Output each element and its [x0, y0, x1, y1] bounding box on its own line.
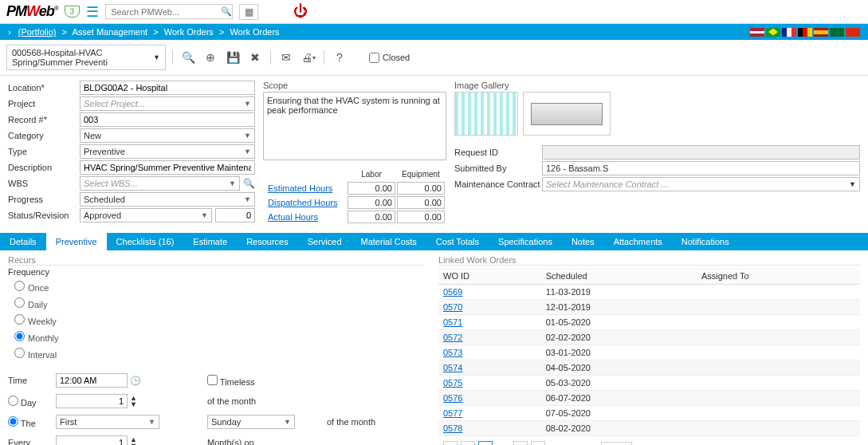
- tab-resources[interactable]: Resources: [237, 233, 298, 250]
- act-hours-link[interactable]: Actual Hours: [265, 211, 346, 223]
- disp-labor[interactable]: 0.00: [348, 196, 395, 209]
- wo-assigned: [697, 285, 860, 300]
- print-icon[interactable]: 🖨▾: [300, 49, 317, 65]
- spinner-icon-2[interactable]: ▲▼: [130, 436, 137, 445]
- type-select[interactable]: Preventive▼: [80, 144, 255, 159]
- spinner-icon[interactable]: ▲▼: [130, 395, 137, 408]
- document-selector[interactable]: 000568-Hospital-HVAC Spring/Summer Preve…: [6, 45, 166, 70]
- every-input[interactable]: [56, 435, 128, 445]
- delete-icon[interactable]: ✖: [246, 49, 264, 65]
- freq-daily[interactable]: Daily: [14, 295, 422, 312]
- power-icon[interactable]: ⏻: [293, 3, 308, 20]
- save-icon[interactable]: 💾: [224, 49, 242, 65]
- tab-material[interactable]: Material Costs: [352, 233, 426, 250]
- tab-attachments[interactable]: Attachments: [604, 233, 672, 250]
- day-input[interactable]: [56, 394, 128, 408]
- new-icon[interactable]: ⊕: [202, 49, 219, 65]
- description-field[interactable]: [80, 160, 255, 175]
- the-radio[interactable]: The: [8, 416, 56, 428]
- col-assigned[interactable]: Assigned To: [697, 268, 860, 285]
- wo-link[interactable]: 0574: [443, 363, 462, 372]
- wo-link[interactable]: 0569: [443, 287, 462, 297]
- tab-notes[interactable]: Notes: [562, 233, 604, 250]
- wo-link[interactable]: 0573: [443, 348, 462, 357]
- calendar-icon[interactable]: ▦: [239, 4, 258, 20]
- the-dow-select[interactable]: Sunday▼: [207, 415, 295, 429]
- pager-page-1[interactable]: 1: [478, 441, 493, 445]
- the-ordinal-select[interactable]: First▼: [56, 415, 159, 429]
- est-hours-link[interactable]: Estimated Hours: [265, 182, 346, 195]
- freq-monthly[interactable]: Monthly: [14, 329, 422, 345]
- col-woid[interactable]: WO ID: [438, 268, 541, 285]
- gallery-thumb-1[interactable]: [454, 92, 518, 136]
- est-labor[interactable]: 0.00: [348, 182, 395, 195]
- freq-interval[interactable]: Interval: [14, 345, 422, 362]
- project-select[interactable]: Select Project...▼: [80, 96, 255, 111]
- clock-icon[interactable]: 🕒: [130, 376, 141, 386]
- breadcrumb-collapse-icon[interactable]: ›: [8, 27, 11, 37]
- day-radio[interactable]: Day: [8, 396, 56, 408]
- tab-cost[interactable]: Cost Totals: [426, 233, 489, 250]
- freq-once[interactable]: Once: [14, 278, 422, 295]
- help-icon[interactable]: ?: [331, 49, 348, 65]
- wo-link[interactable]: 0572: [443, 333, 462, 342]
- wo-link[interactable]: 0577: [443, 408, 462, 418]
- menu-icon[interactable]: ☰: [86, 3, 99, 21]
- email-icon[interactable]: ✉: [277, 49, 295, 65]
- breadcrumb-portfolio[interactable]: (Portfolio): [18, 27, 57, 37]
- wo-link[interactable]: 0578: [443, 423, 462, 433]
- time-input[interactable]: [56, 373, 128, 388]
- progress-select[interactable]: Scheduled▼: [80, 192, 255, 207]
- wo-link[interactable]: 0571: [443, 317, 462, 327]
- act-equip[interactable]: 0.00: [397, 211, 445, 223]
- request-id-label: Request ID: [454, 148, 542, 157]
- search-input[interactable]: [111, 7, 221, 17]
- pager-next[interactable]: ▸: [513, 441, 528, 445]
- disp-hours-link[interactable]: Dispatched Hours: [265, 196, 346, 209]
- category-select[interactable]: New▼: [80, 128, 255, 143]
- months-on: Month(s) on: [207, 438, 327, 445]
- tab-specs[interactable]: Specifications: [489, 233, 562, 250]
- tab-notifications[interactable]: Notifications: [672, 233, 739, 250]
- col-sched[interactable]: Scheduled: [541, 268, 697, 285]
- wo-link[interactable]: 0570: [443, 302, 462, 312]
- freq-weekly[interactable]: Weekly: [14, 312, 422, 329]
- wo-assigned: [697, 345, 860, 360]
- revision-field[interactable]: [215, 208, 255, 222]
- gallery-thumb-2[interactable]: [523, 92, 611, 136]
- record-field[interactable]: [80, 112, 255, 127]
- tab-estimate[interactable]: Estimate: [183, 233, 237, 250]
- equip-header: Equipment: [397, 168, 445, 180]
- pager-page-2[interactable]: 2: [496, 441, 510, 445]
- page-size-select[interactable]: 10▼: [601, 442, 632, 445]
- table-row: 057202-02-2020: [438, 330, 860, 345]
- act-labor[interactable]: 0.00: [348, 211, 395, 223]
- location-label: Location*: [8, 83, 80, 93]
- scope-textarea[interactable]: Ensuring that the HVAC system is running…: [263, 92, 446, 160]
- pager-first[interactable]: |◂: [443, 441, 458, 445]
- wo-sched: 02-02-2020: [541, 330, 697, 345]
- tab-details[interactable]: Details: [0, 233, 46, 250]
- pager-last[interactable]: ▸|: [531, 441, 545, 445]
- flag-selector[interactable]: [750, 28, 860, 37]
- pager-prev[interactable]: ◂: [461, 441, 475, 445]
- closed-checkbox[interactable]: Closed: [369, 53, 410, 63]
- wo-sched: 06-07-2020: [541, 391, 697, 406]
- est-equip[interactable]: 0.00: [397, 182, 445, 195]
- maint-contract-select[interactable]: Select Maintenance Contract ...▼: [542, 177, 860, 191]
- wo-link[interactable]: 0575: [443, 378, 462, 388]
- wbs-search-icon[interactable]: 🔍: [243, 178, 255, 189]
- search-icon[interactable]: 🔍: [179, 49, 197, 65]
- location-field[interactable]: [80, 81, 255, 95]
- tab-serviced[interactable]: Serviced: [298, 233, 352, 250]
- wo-link[interactable]: 0576: [443, 393, 462, 403]
- search-icon[interactable]: 🔍: [221, 6, 232, 17]
- disp-equip[interactable]: 0.00: [397, 196, 445, 209]
- tab-checklists[interactable]: Checklists (16): [107, 233, 184, 250]
- breadcrumb-wo2: Work Orders: [230, 27, 279, 37]
- wbs-select[interactable]: Select WBS...▼: [80, 176, 240, 191]
- timeless-checkbox[interactable]: Timeless: [207, 375, 327, 387]
- tab-preventive[interactable]: Preventive: [46, 233, 107, 250]
- global-search[interactable]: 🔍: [105, 4, 233, 19]
- status-select[interactable]: Approved▼: [80, 208, 212, 222]
